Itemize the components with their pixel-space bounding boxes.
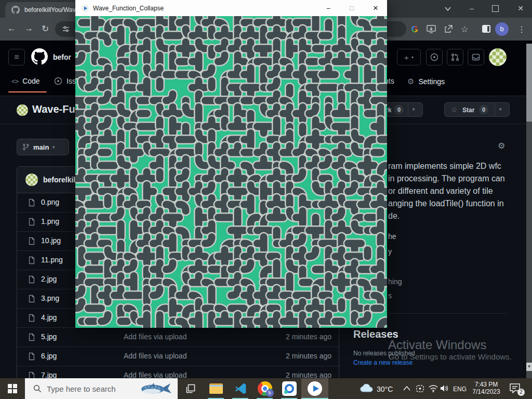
about-list-item-fragment[interactable]: y	[388, 247, 392, 256]
file-icon	[28, 295, 36, 303]
file-icon	[28, 333, 36, 341]
taskbar-chrome[interactable]: b	[252, 378, 277, 399]
commit-message-link[interactable]: Add files via upload	[124, 332, 187, 341]
wave-minimize-button[interactable]: –	[318, 0, 339, 16]
sketch-play-icon	[308, 381, 322, 396]
language-indicator[interactable]: ENG	[453, 385, 467, 393]
volume-icon[interactable]	[440, 384, 449, 392]
page-scrollbar[interactable]: ▼	[526, 44, 532, 378]
repo-owner-breadcrumb[interactable]: befor	[53, 53, 71, 61]
tablet-mode-icon[interactable]	[416, 384, 424, 393]
clock-time: 7:43 PM	[469, 381, 503, 388]
scrollbar-thumb[interactable]	[526, 44, 532, 122]
pull-requests-button[interactable]	[447, 49, 463, 65]
file-link[interactable]: 0.png	[41, 198, 59, 206]
taskbar-vscode[interactable]	[228, 378, 252, 399]
github-logo[interactable]	[31, 48, 48, 65]
fork-count-badge: 0	[394, 105, 404, 114]
create-new-button[interactable]: +▾	[397, 49, 421, 65]
wave-window-titlebar[interactable]: Wave_Function_Collapse – □ ✕	[75, 0, 387, 16]
star-button[interactable]: ☆ Star 0 ▾	[444, 102, 510, 117]
browser-profile-avatar[interactable]: b	[495, 22, 509, 36]
user-avatar-identicon[interactable]	[489, 48, 507, 66]
repo-name-link[interactable]: Wave-Fu	[32, 103, 75, 115]
install-icon[interactable]	[427, 25, 436, 33]
file-icon	[28, 198, 36, 207]
tray-chevron-up-icon[interactable]	[403, 386, 410, 391]
branch-name: main	[33, 143, 49, 151]
back-icon[interactable]: ←	[7, 23, 16, 34]
activate-windows-hint: Go to Settings to activate Windows.	[389, 352, 512, 361]
temperature-text[interactable]: 30°C	[377, 385, 393, 393]
browser-menu-icon[interactable]: ⋮	[516, 24, 527, 35]
branch-caret-icon: ▾	[52, 145, 55, 150]
whale-shark-image	[140, 381, 172, 396]
file-icon	[28, 218, 36, 226]
file-link[interactable]: 10.jpg	[41, 236, 61, 245]
file-link[interactable]: 6.jpg	[41, 352, 57, 360]
star-icon: ☆	[451, 105, 458, 114]
taskbar-file-explorer[interactable]	[204, 378, 228, 399]
tab-settings[interactable]: ⚙ Settings	[407, 77, 445, 86]
bookmark-star-icon[interactable]: ☆	[459, 24, 470, 35]
taskbar-search-box[interactable]: Type here to search	[25, 378, 178, 399]
google-icon[interactable]: G	[409, 24, 420, 35]
branch-selector-button[interactable]: main ▾	[17, 139, 69, 155]
about-list-item-fragment[interactable]: he	[388, 232, 396, 241]
file-icon	[28, 256, 36, 264]
notification-badge: 2	[517, 389, 525, 396]
file-link[interactable]: 5.jpg	[41, 332, 57, 341]
action-center-button[interactable]: 2	[509, 383, 523, 394]
taskbar-processing[interactable]	[277, 378, 301, 399]
file-icon	[28, 314, 36, 322]
tab-issues-label: Iss	[66, 77, 76, 85]
file-link[interactable]: 1.png	[41, 217, 59, 225]
file-link[interactable]: 4.jpg	[41, 313, 57, 322]
browser-restore-button[interactable]	[492, 5, 499, 12]
commit-author-name[interactable]: beforelkill	[43, 176, 77, 184]
star-label: Star	[462, 107, 474, 114]
notifications-inbox-button[interactable]	[468, 49, 484, 65]
commit-author-avatar[interactable]	[25, 174, 38, 186]
inbox-icon	[472, 53, 480, 61]
forward-icon[interactable]: →	[24, 23, 33, 34]
tab-issues[interactable]: Iss	[54, 77, 76, 85]
active-tab-underline	[8, 91, 47, 92]
task-view-button[interactable]	[179, 378, 203, 399]
wave-close-button[interactable]: ✕	[365, 0, 386, 16]
about-line: anging the loadTile() function in	[388, 199, 504, 208]
caret-down-icon: ▾	[411, 55, 414, 60]
commit-time: 2 minutes ago	[286, 352, 331, 360]
file-link[interactable]: 3.png	[41, 294, 59, 302]
fork-caret-icon[interactable]: ▾	[413, 107, 415, 112]
divider	[495, 103, 495, 116]
tab-search-chevron-icon[interactable]	[444, 6, 451, 11]
tune-icon	[62, 25, 70, 33]
global-issues-button[interactable]	[426, 49, 443, 65]
scrollbar-down-arrow[interactable]: ▼	[526, 363, 532, 371]
commit-message-link[interactable]: Add files via upload	[124, 352, 187, 360]
file-icon	[28, 237, 36, 245]
about-gear-icon[interactable]: ⚙	[498, 141, 505, 151]
star-caret-icon[interactable]: ▾	[499, 107, 501, 112]
tab-code-label: Code	[22, 77, 39, 85]
star-count-badge: 0	[479, 105, 488, 114]
wifi-icon[interactable]	[429, 385, 438, 392]
share-icon[interactable]	[444, 25, 453, 33]
wave-maximize-button[interactable]: □	[341, 0, 362, 16]
clock[interactable]: 7:43 PM 7/14/2023	[469, 381, 503, 395]
hamburger-menu-button[interactable]: ≡	[8, 49, 25, 65]
branch-icon	[22, 143, 30, 151]
chrome-icon: b	[258, 381, 272, 396]
browser-close-button[interactable]: ✕	[515, 4, 526, 12]
reload-icon[interactable]: ↻	[42, 23, 49, 34]
activate-windows-watermark: Activate Windows	[388, 338, 486, 352]
tab-code[interactable]: <> Code	[11, 77, 40, 85]
file-link[interactable]: 11.png	[41, 256, 63, 264]
start-button[interactable]	[0, 378, 25, 399]
browser-minimize-button[interactable]: –	[467, 4, 477, 12]
side-panel-icon[interactable]	[482, 25, 490, 33]
taskbar-wave-sketch-active[interactable]	[301, 378, 328, 399]
weather-cloud-icon[interactable]	[360, 383, 374, 393]
file-link[interactable]: 2.jpg	[41, 275, 57, 283]
